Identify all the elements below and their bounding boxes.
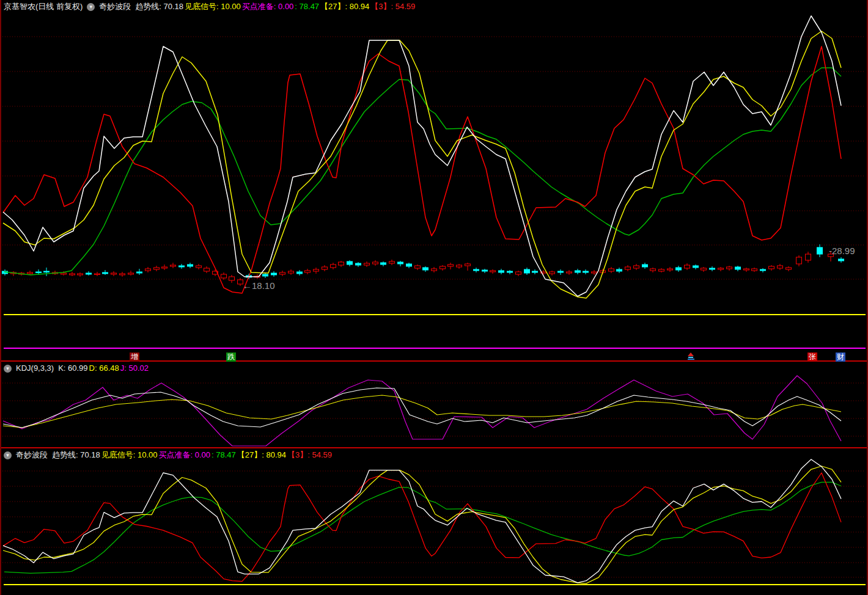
candle-body: [575, 271, 581, 272]
candle-body: [642, 265, 648, 267]
indicator-value: 【3】: 54.59: [370, 2, 415, 11]
candle-body: [95, 274, 100, 275]
indicator-value: 买点准备: 0.00: [159, 450, 211, 459]
candle-body: [61, 273, 67, 274]
candle-body: [406, 264, 412, 266]
candle-body: [280, 272, 285, 274]
candle-body: [532, 271, 538, 272]
candle-body: [137, 272, 142, 273]
candle-body: [609, 269, 614, 271]
kdj-header-fields: K: 60.99D: 66.48J: 50.02: [58, 363, 150, 373]
candle-body: [364, 263, 370, 265]
candle-body: [162, 267, 167, 268]
candle-body: [440, 266, 446, 269]
signal-flag: 跌: [226, 352, 236, 362]
candle-body: [373, 262, 378, 264]
candle-body: [448, 265, 454, 266]
candle-body: [499, 271, 504, 272]
candle-body: [474, 269, 479, 271]
indicator-value: 见底信号: 10.00: [185, 2, 241, 11]
candle-body: [70, 274, 75, 275]
indicator-value: 趋势线: 70.18: [135, 2, 183, 11]
candle-body: [339, 262, 344, 265]
panel3-header-fields: 趋势线: 70.18见底信号: 10.00买点准备: 0.00: 78.47【2…: [52, 450, 333, 460]
collapse-chevron-icon[interactable]: ▾: [87, 3, 95, 11]
marker-triangle: [688, 352, 694, 356]
main-header: 京基智农(日线 前复权) ▾ 奇妙波段 趋势线: 70.18见底信号: 10.0…: [4, 2, 416, 12]
candle-body: [128, 273, 134, 274]
kdj-j-line: [3, 376, 841, 446]
candle-body: [592, 272, 597, 273]
signal-flag: 财: [836, 352, 845, 362]
kdj-k-line: [3, 388, 841, 428]
candle-body: [347, 261, 353, 265]
candle-body: [796, 257, 802, 264]
candle-body: [567, 272, 572, 273]
candle-body: [769, 266, 774, 269]
candle-body: [760, 269, 766, 271]
kdj-d-line: [3, 395, 841, 428]
green-trend-line: [4, 68, 841, 275]
panel3-header: ▾ 奇妙波段 趋势线: 70.18见底信号: 10.00买点准备: 0.00: …: [4, 450, 333, 460]
candle-body: [839, 259, 844, 261]
candle-body: [668, 269, 673, 270]
candle-body: [550, 272, 555, 274]
indicator-name[interactable]: 奇妙波段: [99, 2, 131, 12]
candle-body: [415, 266, 421, 268]
candle-body: [718, 268, 724, 269]
candle-body: [111, 273, 117, 274]
candle-body: [154, 268, 160, 269]
candle-body: [36, 272, 42, 273]
indicator-value: : 78.47: [211, 450, 236, 459]
panel3-yellow-ma-line: [3, 466, 841, 583]
candle-body: [617, 269, 622, 271]
candle-body: [659, 269, 664, 271]
candle-body: [314, 269, 319, 271]
candle-body: [558, 271, 564, 272]
candle-body: [676, 268, 682, 270]
candle-body: [735, 267, 741, 269]
panel3-title[interactable]: 奇妙波段: [16, 450, 48, 460]
candle-body: [516, 272, 521, 274]
candle-body: [701, 268, 707, 270]
candle-body: [817, 247, 823, 254]
candle-body: [398, 262, 403, 264]
indicator-value: K: 60.99: [58, 363, 87, 373]
candle-body: [625, 267, 631, 269]
candle-body: [145, 269, 151, 271]
candle-body: [356, 263, 361, 265]
indicator-value: 见底信号: 10.00: [101, 450, 158, 459]
kdj-header: ▾ KDJ(9,3,3) K: 60.99D: 66.48J: 50.02: [4, 363, 150, 373]
marker-bar: [688, 357, 693, 358]
indicator-value: 买点准备: 0.00: [242, 2, 294, 11]
yellow-ma-line: [3, 31, 841, 298]
candle-body: [650, 269, 656, 271]
price-annotation: -28.99: [829, 246, 855, 256]
candle-body: [28, 272, 33, 274]
candle-body: [744, 269, 749, 270]
panel3-green-trend-line: [4, 482, 841, 573]
trading-app-window: 京基智农(日线 前复权) ▾ 奇妙波段 趋势线: 70.18见底信号: 10.0…: [0, 0, 868, 595]
kdj-title[interactable]: KDJ(9,3,3): [16, 363, 54, 373]
indicator-value: 【3】: 54.59: [287, 450, 332, 459]
candle-body: [171, 265, 176, 266]
candle-body: [381, 263, 386, 265]
candle-body: [583, 271, 589, 272]
candle-body: [806, 254, 811, 260]
indicator-value: 【27】: 80.94: [237, 450, 286, 459]
candle-body: [778, 266, 783, 268]
chart-canvas: ←18.10-28.99: [0, 0, 868, 595]
candle-body: [457, 265, 462, 267]
candle-body: [221, 274, 227, 278]
candle-body: [263, 274, 268, 276]
candle-body: [229, 277, 235, 280]
candle-body: [78, 274, 83, 275]
indicator-value: 【27】: 80.94: [320, 2, 369, 11]
collapse-chevron-icon[interactable]: ▾: [4, 451, 12, 459]
signal-flag: 张: [807, 352, 817, 362]
collapse-chevron-icon[interactable]: ▾: [4, 365, 12, 373]
candle-body: [693, 266, 699, 268]
candle-body: [196, 266, 202, 268]
candle-body: [634, 266, 639, 268]
candle-body: [507, 271, 513, 272]
